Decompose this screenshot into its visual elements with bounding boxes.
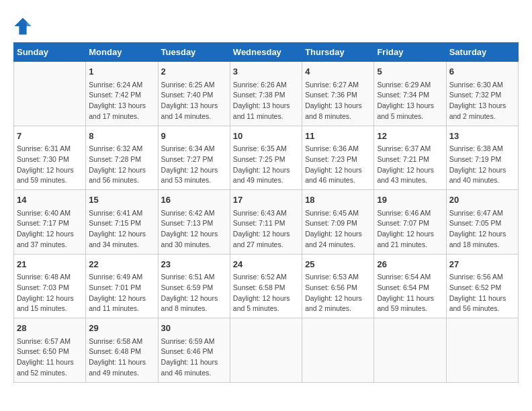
calendar-cell [374, 318, 446, 383]
day-number: 10 [233, 130, 299, 143]
day-info: Sunrise: 6:40 AM Sunset: 7:17 PM Dayligh… [17, 208, 83, 250]
day-info: Sunrise: 6:49 AM Sunset: 7:01 PM Dayligh… [89, 272, 154, 314]
calendar-cell: 3Sunrise: 6:26 AM Sunset: 7:38 PM Daylig… [230, 62, 302, 126]
calendar-cell: 18Sunrise: 6:45 AM Sunset: 7:09 PM Dayli… [302, 190, 374, 255]
day-info: Sunrise: 6:29 AM Sunset: 7:34 PM Dayligh… [377, 80, 443, 122]
calendar-cell: 20Sunrise: 6:47 AM Sunset: 7:05 PM Dayli… [446, 190, 518, 255]
day-info: Sunrise: 6:24 AM Sunset: 7:42 PM Dayligh… [89, 80, 154, 122]
calendar-cell: 29Sunrise: 6:58 AM Sunset: 6:48 PM Dayli… [86, 318, 158, 383]
day-info: Sunrise: 6:37 AM Sunset: 7:21 PM Dayligh… [377, 144, 443, 186]
day-number: 26 [377, 258, 443, 271]
day-info: Sunrise: 6:48 AM Sunset: 7:03 PM Dayligh… [17, 272, 83, 314]
day-of-week-header: Thursday [302, 43, 374, 62]
day-info: Sunrise: 6:56 AM Sunset: 6:52 PM Dayligh… [449, 272, 515, 314]
day-of-week-header: Friday [374, 43, 446, 62]
day-number: 25 [305, 258, 371, 271]
day-info: Sunrise: 6:25 AM Sunset: 7:40 PM Dayligh… [161, 80, 227, 122]
day-info: Sunrise: 6:57 AM Sunset: 6:50 PM Dayligh… [17, 336, 83, 379]
calendar-cell [230, 318, 302, 383]
calendar-cell: 12Sunrise: 6:37 AM Sunset: 7:21 PM Dayli… [374, 126, 446, 190]
day-of-week-header: Tuesday [158, 43, 230, 62]
page-header [13, 13, 519, 36]
day-info: Sunrise: 6:47 AM Sunset: 7:05 PM Dayligh… [449, 208, 515, 250]
calendar-cell: 13Sunrise: 6:38 AM Sunset: 7:19 PM Dayli… [446, 126, 518, 190]
calendar-cell: 9Sunrise: 6:34 AM Sunset: 7:27 PM Daylig… [158, 126, 230, 190]
day-number: 18 [305, 193, 371, 207]
day-info: Sunrise: 6:43 AM Sunset: 7:11 PM Dayligh… [233, 208, 299, 250]
day-info: Sunrise: 6:41 AM Sunset: 7:15 PM Dayligh… [89, 208, 154, 250]
logo [13, 17, 34, 36]
day-number: 24 [233, 258, 299, 271]
day-number: 15 [89, 193, 154, 207]
day-info: Sunrise: 6:45 AM Sunset: 7:09 PM Dayligh… [305, 208, 371, 250]
day-info: Sunrise: 6:34 AM Sunset: 7:27 PM Dayligh… [161, 144, 227, 186]
calendar-cell: 8Sunrise: 6:32 AM Sunset: 7:28 PM Daylig… [86, 126, 158, 190]
calendar-cell: 26Sunrise: 6:54 AM Sunset: 6:54 PM Dayli… [374, 254, 446, 318]
calendar-cell [14, 62, 86, 126]
calendar-cell: 6Sunrise: 6:30 AM Sunset: 7:32 PM Daylig… [446, 62, 518, 126]
calendar-cell: 28Sunrise: 6:57 AM Sunset: 6:50 PM Dayli… [14, 318, 86, 383]
day-info: Sunrise: 6:53 AM Sunset: 6:56 PM Dayligh… [305, 272, 371, 314]
calendar-cell: 2Sunrise: 6:25 AM Sunset: 7:40 PM Daylig… [158, 62, 230, 126]
day-number: 20 [449, 193, 515, 207]
day-info: Sunrise: 6:46 AM Sunset: 7:07 PM Dayligh… [377, 208, 443, 250]
calendar-cell: 22Sunrise: 6:49 AM Sunset: 7:01 PM Dayli… [86, 254, 158, 318]
day-number: 19 [377, 193, 443, 207]
day-number: 3 [233, 65, 299, 79]
day-number: 14 [17, 193, 83, 207]
day-number: 1 [89, 65, 154, 79]
day-info: Sunrise: 6:38 AM Sunset: 7:19 PM Dayligh… [449, 144, 515, 186]
calendar-cell: 7Sunrise: 6:31 AM Sunset: 7:30 PM Daylig… [14, 126, 86, 190]
calendar-cell: 27Sunrise: 6:56 AM Sunset: 6:52 PM Dayli… [446, 254, 518, 318]
day-of-week-header: Wednesday [230, 43, 302, 62]
calendar-cell: 16Sunrise: 6:42 AM Sunset: 7:13 PM Dayli… [158, 190, 230, 255]
calendar-cell: 24Sunrise: 6:52 AM Sunset: 6:58 PM Dayli… [230, 254, 302, 318]
day-number: 13 [449, 130, 515, 143]
day-info: Sunrise: 6:32 AM Sunset: 7:28 PM Dayligh… [89, 144, 154, 186]
day-info: Sunrise: 6:52 AM Sunset: 6:58 PM Dayligh… [233, 272, 299, 314]
calendar-cell: 17Sunrise: 6:43 AM Sunset: 7:11 PM Dayli… [230, 190, 302, 255]
day-info: Sunrise: 6:51 AM Sunset: 6:59 PM Dayligh… [161, 272, 227, 314]
calendar-cell: 21Sunrise: 6:48 AM Sunset: 7:03 PM Dayli… [14, 254, 86, 318]
day-number: 16 [161, 193, 227, 207]
logo-icon [13, 17, 32, 36]
calendar-cell: 1Sunrise: 6:24 AM Sunset: 7:42 PM Daylig… [86, 62, 158, 126]
day-info: Sunrise: 6:30 AM Sunset: 7:32 PM Dayligh… [449, 80, 515, 122]
day-info: Sunrise: 6:59 AM Sunset: 6:46 PM Dayligh… [161, 336, 227, 379]
day-info: Sunrise: 6:31 AM Sunset: 7:30 PM Dayligh… [17, 144, 83, 186]
calendar-cell [302, 318, 374, 383]
calendar-cell: 19Sunrise: 6:46 AM Sunset: 7:07 PM Dayli… [374, 190, 446, 255]
day-number: 27 [449, 258, 515, 271]
day-number: 5 [377, 65, 443, 79]
day-number: 30 [161, 322, 227, 335]
calendar-cell: 11Sunrise: 6:36 AM Sunset: 7:23 PM Dayli… [302, 126, 374, 190]
day-number: 23 [161, 258, 227, 271]
day-of-week-header: Monday [86, 43, 158, 62]
day-number: 28 [17, 322, 83, 335]
day-info: Sunrise: 6:36 AM Sunset: 7:23 PM Dayligh… [305, 144, 371, 186]
day-info: Sunrise: 6:27 AM Sunset: 7:36 PM Dayligh… [305, 80, 371, 122]
day-number: 22 [89, 258, 154, 271]
day-number: 8 [89, 130, 154, 143]
calendar-cell: 30Sunrise: 6:59 AM Sunset: 6:46 PM Dayli… [158, 318, 230, 383]
day-info: Sunrise: 6:42 AM Sunset: 7:13 PM Dayligh… [161, 208, 227, 250]
calendar-cell: 23Sunrise: 6:51 AM Sunset: 6:59 PM Dayli… [158, 254, 230, 318]
day-info: Sunrise: 6:58 AM Sunset: 6:48 PM Dayligh… [89, 336, 154, 379]
day-number: 17 [233, 193, 299, 207]
day-info: Sunrise: 6:26 AM Sunset: 7:38 PM Dayligh… [233, 80, 299, 122]
day-number: 11 [305, 130, 371, 143]
day-of-week-header: Sunday [14, 43, 86, 62]
day-info: Sunrise: 6:54 AM Sunset: 6:54 PM Dayligh… [377, 272, 443, 314]
day-number: 6 [449, 65, 515, 79]
calendar-table: SundayMondayTuesdayWednesdayThursdayFrid… [13, 42, 519, 383]
calendar-cell: 15Sunrise: 6:41 AM Sunset: 7:15 PM Dayli… [86, 190, 158, 255]
day-number: 9 [161, 130, 227, 143]
calendar-cell: 10Sunrise: 6:35 AM Sunset: 7:25 PM Dayli… [230, 126, 302, 190]
day-number: 4 [305, 65, 371, 79]
calendar-cell: 14Sunrise: 6:40 AM Sunset: 7:17 PM Dayli… [14, 190, 86, 255]
day-number: 2 [161, 65, 227, 79]
day-number: 7 [17, 130, 83, 143]
calendar-cell: 25Sunrise: 6:53 AM Sunset: 6:56 PM Dayli… [302, 254, 374, 318]
day-info: Sunrise: 6:35 AM Sunset: 7:25 PM Dayligh… [233, 144, 299, 186]
day-number: 29 [89, 322, 154, 335]
